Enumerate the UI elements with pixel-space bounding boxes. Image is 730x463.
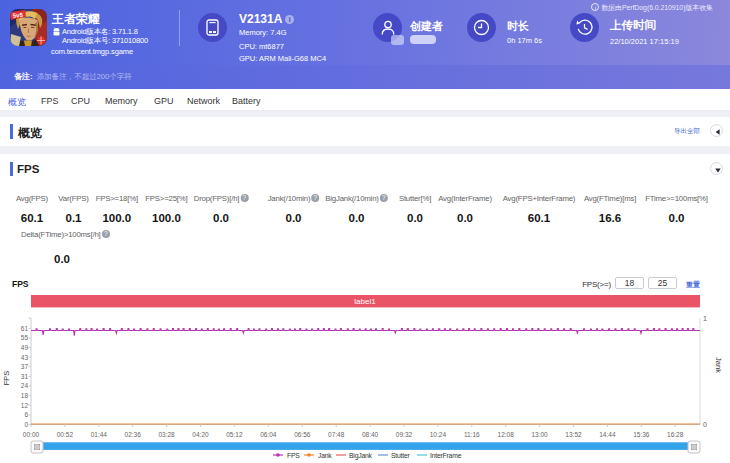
svg-text:02:36: 02:36: [125, 431, 142, 438]
svg-text:0: 0: [703, 421, 707, 428]
svg-text:10:24: 10:24: [430, 431, 447, 438]
svg-text:5v5: 5v5: [13, 12, 24, 19]
svg-text:13:52: 13:52: [565, 431, 582, 438]
svg-text:13:00: 13:00: [531, 431, 548, 438]
svg-text:Jank: Jank: [318, 452, 332, 459]
svg-text:06:56: 06:56: [294, 431, 311, 438]
svg-text:1: 1: [703, 315, 707, 322]
svg-text:24: 24: [21, 382, 29, 389]
svg-text:6: 6: [24, 411, 28, 418]
svg-text:61: 61: [21, 325, 29, 332]
svg-text:label1: label1: [354, 297, 376, 306]
svg-text:01:44: 01:44: [91, 431, 108, 438]
svg-text:31: 31: [21, 373, 29, 380]
svg-text:09:32: 09:32: [396, 431, 413, 438]
svg-text:18: 18: [21, 392, 29, 399]
svg-text:11:16: 11:16: [464, 431, 480, 438]
svg-text:16:28: 16:28: [667, 431, 684, 438]
svg-text:BigJank: BigJank: [349, 452, 373, 460]
svg-text:FPS: FPS: [287, 452, 300, 459]
svg-text:14:44: 14:44: [599, 431, 616, 438]
svg-text:12: 12: [21, 402, 29, 409]
svg-text:08:40: 08:40: [362, 431, 379, 438]
svg-text:06:04: 06:04: [260, 431, 277, 438]
svg-text:0: 0: [24, 421, 28, 428]
svg-text:04:20: 04:20: [192, 431, 209, 438]
svg-text:Stutter: Stutter: [391, 452, 411, 459]
svg-text:43: 43: [21, 354, 29, 361]
svg-text:00:52: 00:52: [57, 431, 74, 438]
svg-text:03:28: 03:28: [158, 431, 175, 438]
svg-text:05:12: 05:12: [226, 431, 243, 438]
svg-text:49: 49: [21, 344, 29, 351]
svg-text:15:36: 15:36: [633, 431, 650, 438]
svg-text:Jank: Jank: [714, 357, 723, 373]
svg-text:FPS: FPS: [2, 371, 11, 386]
svg-text:55: 55: [21, 334, 29, 341]
svg-text:37: 37: [21, 363, 29, 370]
svg-text:12:08: 12:08: [498, 431, 515, 438]
svg-text:07:48: 07:48: [328, 431, 345, 438]
svg-text:00:00: 00:00: [23, 431, 40, 438]
svg-text:InterFrame: InterFrame: [430, 452, 462, 459]
